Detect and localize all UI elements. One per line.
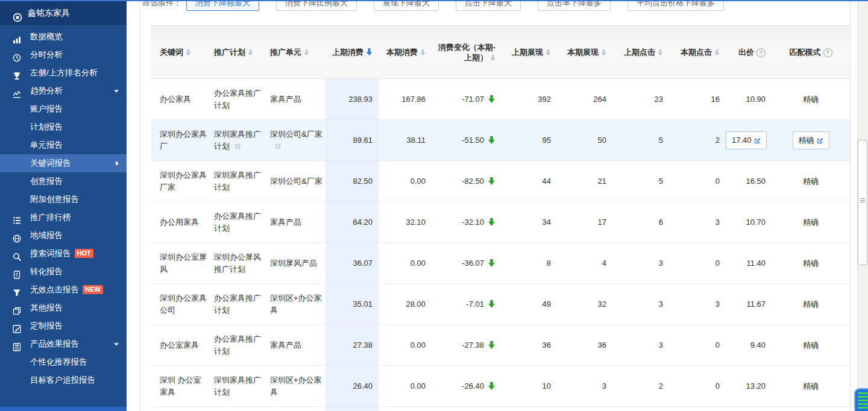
cell-cur_cost: 0.00: [379, 366, 432, 406]
col-header-cur_clk[interactable]: 本期点击: [669, 26, 726, 78]
cell-content: 3: [669, 298, 720, 310]
table-row[interactable]: 深圳办公家具公司办公家具推广计划深圳区+办公家具35.0128.00-7.014…: [151, 284, 850, 325]
table-row[interactable]: 深圳办公家具厂深圳家具推广计划深圳公司&厂家89.6138.11-51.5095…: [151, 120, 850, 161]
search-icon: [13, 249, 21, 258]
cell-content: 精确: [772, 339, 850, 351]
match-value: 精确: [803, 340, 819, 350]
edit-icon[interactable]: [275, 142, 281, 149]
col-header-prev_imp[interactable]: 上期展现: [502, 26, 557, 78]
sidebar-item-label: 转化报告: [30, 267, 63, 276]
edit-icon[interactable]: [754, 137, 761, 143]
sidebar-item-rank-analysis[interactable]: 左侧/上方排名分析: [0, 64, 127, 82]
col-header-label: 匹配模式: [790, 48, 821, 57]
filter-option-1[interactable]: 消费下降额最大: [186, 0, 259, 11]
help-icon[interactable]: ?: [823, 48, 832, 57]
cell-plan: 办公家具推广计划: [208, 202, 264, 242]
prev_clk-value: 6: [659, 218, 663, 227]
sidebar-item-label: 推广排行榜: [30, 213, 71, 222]
table-row[interactable]: 深圳 办公室家具深圳家具推广计划深圳区+办公家具26.400.00-26.401…: [151, 366, 850, 407]
col-header-unit[interactable]: 推广单元: [264, 26, 326, 78]
cur_imp-value: 4: [602, 259, 606, 268]
brand[interactable]: 鑫铭东家具: [0, 1, 127, 25]
sidebar-subitem[interactable]: 创意报告: [0, 172, 127, 190]
col-header-cur_cost[interactable]: 本期消费: [379, 26, 432, 78]
sidebar-item-product-effect-report[interactable]: 产品效果报告: [0, 335, 127, 353]
sidebar-subitem[interactable]: 个性化推荐报告: [0, 353, 127, 371]
cell-content: 28.00: [379, 298, 426, 310]
scrollbar-thumb[interactable]: [858, 140, 867, 265]
sidebar-item-time-analysis[interactable]: 分时分析: [0, 46, 127, 64]
col-header-change[interactable]: 消费变化（本期-上期）: [432, 26, 502, 78]
cell-content: 办公用家具: [160, 216, 208, 228]
match-edit-button[interactable]: 精确: [793, 131, 829, 149]
table-row[interactable]: 办公家具办公家具推广计划家具产品238.93167.86-71.07392264…: [151, 79, 850, 120]
cell-content: 深圳区+办公家具: [270, 374, 326, 398]
table-body: 办公家具办公家具推广计划家具产品238.93167.86-71.07392264…: [151, 79, 850, 411]
cell-content: -36.07: [432, 257, 495, 269]
sidebar-subitem-selected[interactable]: 关键词报告: [0, 154, 127, 172]
pencil-icon: [13, 322, 21, 330]
sidebar-item-region-report[interactable]: 地域报告: [0, 227, 127, 245]
sidebar-item-promo-ranking[interactable]: 推广排行榜: [0, 209, 127, 227]
col-header-prev_cost[interactable]: 上期消费: [326, 26, 379, 78]
floating-widget[interactable]: [854, 388, 868, 411]
filter-option-3[interactable]: 展现下降最大: [374, 0, 439, 11]
cur_cost-value: 0.00: [410, 340, 426, 350]
cell-content: 27.38: [326, 339, 373, 351]
table-row[interactable]: [151, 407, 850, 411]
cell-content: 36.07: [326, 257, 373, 269]
cell-content: 5: [612, 175, 663, 187]
cell-change: -71.07: [432, 79, 502, 119]
sidebar-subitem[interactable]: 账户报告: [0, 100, 127, 118]
col-header-bid[interactable]: 出价?: [726, 26, 772, 78]
col-header-label: 本期展现: [567, 48, 599, 57]
sidebar-item-invalid-click-report[interactable]: 无效点击报告NEW: [0, 281, 127, 299]
col-header-prev_clk[interactable]: 上期点击: [612, 26, 669, 78]
filter-option-6[interactable]: 平均点击价格下降最多: [627, 0, 724, 11]
table-row[interactable]: 办公室家具办公家具推广计划家具产品27.380.00-27.383636309.…: [151, 325, 850, 366]
sidebar-subitem[interactable]: 附加创意报告: [0, 190, 127, 209]
plan-value: 办公家具推广计划: [214, 334, 261, 356]
cell-cur_imp: 21: [557, 161, 612, 201]
cell-change: -26.40: [432, 366, 502, 406]
table-row[interactable]: 深圳办公家具厂家深圳家具推广计划深圳公司&厂家82.500.00-82.5044…: [151, 161, 850, 202]
cell-content: 0.00: [379, 339, 426, 351]
table-row[interactable]: 深圳办公室屏风深圳办公屏风推广计划深圳屏风产品36.070.00-36.0784…: [151, 243, 850, 284]
sidebar-item-trend-analysis[interactable]: 趋势分析: [0, 82, 127, 100]
sidebar-item-search-term-report[interactable]: 搜索词报告HOT: [0, 245, 127, 263]
filter-option-2[interactable]: 消费下降比例最大: [276, 0, 357, 11]
help-icon[interactable]: ?: [756, 48, 766, 57]
trophy-icon: [13, 69, 21, 77]
col-header-cur_imp[interactable]: 本期展现: [557, 26, 612, 78]
cell-content: 21: [557, 175, 606, 187]
cell-prev_clk: 3: [612, 243, 669, 283]
sidebar-subitem[interactable]: 计划报告: [0, 118, 127, 136]
unit-value: 深圳区+办公家具: [270, 375, 322, 397]
table-row[interactable]: 办公用家具办公家具推广计划家具产品64.2032.10-32.103417631…: [151, 202, 850, 243]
edit-icon[interactable]: [234, 142, 241, 149]
cell-content: -51.50: [432, 134, 495, 146]
scrollbar-track[interactable]: [857, 1, 868, 411]
down-arrow-icon: [488, 341, 495, 349]
sidebar-item-custom-report[interactable]: 定制报告: [0, 317, 127, 335]
prev_imp-value: 36: [542, 340, 551, 350]
sidebar-subitem[interactable]: 目标客户追投报告: [0, 371, 127, 389]
col-header-plan[interactable]: 推广计划: [208, 26, 264, 78]
keyword-report-table: 关键词推广计划推广单元上期消费本期消费消费变化（本期-上期）上期展现本期展现上期…: [151, 25, 850, 411]
cur_imp-value: 17: [598, 218, 606, 227]
cell-prev_clk: [612, 407, 669, 411]
sidebar-item-other-report[interactable]: 其他报告: [0, 299, 127, 317]
badge-hot: HOT: [75, 249, 93, 258]
sidebar-subitem[interactable]: 单元报告: [0, 136, 127, 154]
filter-option-5[interactable]: 点击率下降最多: [538, 0, 611, 11]
sidebar-item-data-overview[interactable]: 数据概览: [0, 28, 127, 46]
cell-prev_cost: 89.61: [326, 120, 379, 160]
cell-prev_clk: 3: [612, 284, 669, 324]
filter-option-4[interactable]: 点击下降最大: [456, 0, 521, 11]
bid-edit-button[interactable]: 17.40: [726, 131, 767, 149]
sidebar-item-conversion-report[interactable]: 转化报告: [0, 263, 127, 281]
col-header-match[interactable]: 匹配模式?: [772, 26, 850, 78]
col-header-keyword[interactable]: 关键词: [151, 26, 208, 78]
edit-icon[interactable]: [817, 137, 823, 143]
cell-content: 89.61: [326, 134, 373, 146]
